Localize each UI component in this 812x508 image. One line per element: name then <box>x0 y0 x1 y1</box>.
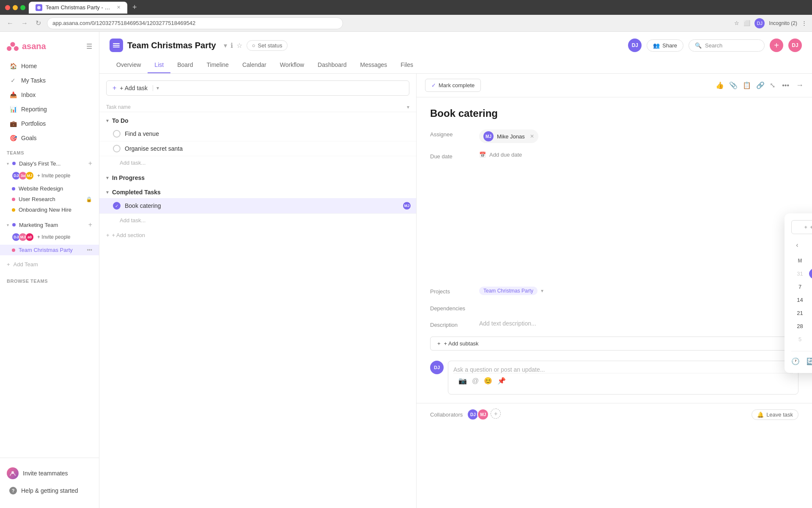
cal-day-29[interactable]: 29 <box>809 320 812 332</box>
invite-teammates-btn[interactable]: Invite teammates <box>0 463 99 483</box>
user-avatar-dj[interactable]: DJ <box>788 39 802 52</box>
set-status-btn[interactable]: ○ Set status <box>247 40 288 51</box>
team-item-marketing[interactable]: ▾ Marketing Team + <box>0 218 99 231</box>
tab-timeline[interactable]: Timeline <box>200 57 236 73</box>
task-checkbox-venue[interactable] <box>113 130 121 138</box>
cal-day-dec-6[interactable]: 6 <box>809 333 812 345</box>
detail-more-btn[interactable]: ••• <box>782 82 789 89</box>
link-icon[interactable]: 🔗 <box>756 81 765 89</box>
project-info-icon[interactable]: ℹ <box>230 41 233 50</box>
sidebar-nav-my-tasks[interactable]: ✓ My Tasks <box>3 73 96 88</box>
task-row-venue[interactable]: Find a venue <box>99 127 416 141</box>
address-bar[interactable]: app.asana.com/0/1203277518469534/1203277… <box>47 17 343 29</box>
add-section-btn[interactable]: + + Add section <box>99 227 416 243</box>
project-item-onboarding[interactable]: Onboarding New Hire <box>0 204 99 215</box>
cal-day-21[interactable]: 21 <box>792 307 808 319</box>
assignee-chip[interactable]: MJ Mike Jonas ✕ <box>479 130 538 143</box>
new-tab-btn[interactable]: + <box>132 3 137 12</box>
cal-day-15[interactable]: 15 <box>809 294 812 306</box>
close-detail-icon[interactable]: → <box>796 81 804 90</box>
tab-workflow[interactable]: Workflow <box>273 57 311 73</box>
tab-overview[interactable]: Overview <box>110 57 148 73</box>
search-btn[interactable]: 🔍 Search <box>689 39 765 52</box>
cal-day-22[interactable]: 22 <box>809 307 812 319</box>
browser-tab-active[interactable]: Team Christmas Party - Book c... ✕ <box>29 2 127 14</box>
cal-day-31[interactable]: 31 <box>792 268 808 280</box>
add-due-date-btn[interactable]: 📅 Add due date <box>479 152 798 158</box>
leave-task-btn[interactable]: 🔔 Leave task <box>752 409 798 420</box>
invite-people-btn-marketing[interactable]: + Invite people <box>37 234 70 240</box>
comment-mention-icon[interactable]: @ <box>472 377 479 385</box>
section-completed-header[interactable]: ▾ Completed Tasks <box>99 184 416 198</box>
cal-day-dec-5[interactable]: 5 <box>792 333 808 345</box>
cal-day-14[interactable]: 14 <box>792 294 808 306</box>
sidebar-nav-portfolios[interactable]: 💼 Portfolios <box>3 116 96 131</box>
tab-dashboard[interactable]: Dashboard <box>311 57 354 73</box>
tab-board[interactable]: Board <box>170 57 200 73</box>
sort-icon[interactable]: ▾ <box>407 104 409 110</box>
calendar-prev-btn[interactable]: ‹ <box>791 239 803 251</box>
add-task-quick-btn[interactable]: + <box>770 39 783 52</box>
section-inprogress-header[interactable]: ▾ In Progress <box>99 169 416 184</box>
project-star-icon[interactable]: ☆ <box>236 41 242 50</box>
start-date-tab[interactable]: + + Start date <box>791 220 812 234</box>
reload-btn[interactable]: ↻ <box>34 17 43 29</box>
description-value[interactable]: Add text description... <box>479 320 798 327</box>
cal-day-28[interactable]: 28 <box>792 320 808 332</box>
add-task-btn[interactable]: + + Add task ▾ <box>106 80 409 96</box>
sidebar-nav-inbox[interactable]: 📥 Inbox <box>3 88 96 102</box>
project-dropdown-icon[interactable]: ▾ <box>224 41 227 50</box>
task-row-santa[interactable]: Organise secret santa <box>99 141 416 156</box>
cal-day-7[interactable]: 7 <box>792 281 808 293</box>
add-collaborator-btn[interactable]: + <box>491 409 501 419</box>
team-add-btn-daisy[interactable]: + <box>88 160 92 167</box>
project-more-icon[interactable]: ••• <box>87 247 92 253</box>
project-item-christmas[interactable]: Team Christmas Party ••• <box>0 245 99 255</box>
tab-list[interactable]: List <box>148 57 170 73</box>
profile-icon[interactable]: DJ <box>754 18 765 28</box>
tab-calendar[interactable]: Calendar <box>236 57 273 73</box>
attachment-icon[interactable]: 📎 <box>729 81 738 89</box>
asana-logo[interactable]: asana <box>7 40 46 52</box>
tab-messages[interactable]: Messages <box>354 57 394 73</box>
collab-avatar-mj[interactable]: MJ <box>477 409 489 420</box>
project-menu-btn[interactable] <box>110 39 123 52</box>
clock-icon[interactable]: 🕐 <box>791 357 800 365</box>
cal-day-1[interactable]: 1 <box>809 268 812 280</box>
comment-emoji-icon[interactable]: 😊 <box>484 377 492 385</box>
add-task-todo-btn[interactable]: Add task... <box>99 156 416 169</box>
comment-camera-icon[interactable]: 📷 <box>458 377 467 385</box>
projects-chevron-icon[interactable]: ▾ <box>541 288 543 294</box>
section-todo-header[interactable]: ▾ To Do <box>99 112 416 127</box>
close-window-btn[interactable] <box>5 5 10 10</box>
comment-attachment-icon[interactable]: 📌 <box>497 377 506 385</box>
minimize-window-btn[interactable] <box>13 5 18 10</box>
add-task-dropdown-icon[interactable]: ▾ <box>153 85 159 91</box>
sidebar-nav-goals[interactable]: 🎯 Goals <box>3 131 96 145</box>
sidebar-nav-reporting[interactable]: 📊 Reporting <box>3 102 96 116</box>
assignee-remove-btn[interactable]: ✕ <box>530 133 534 139</box>
invite-people-btn-daisy[interactable]: + Invite people <box>37 173 70 179</box>
extension-icon[interactable]: ⬜ <box>743 20 750 26</box>
project-chip-christmas[interactable]: Team Christmas Party <box>479 287 538 295</box>
task-checkbox-santa[interactable] <box>113 145 121 152</box>
add-subtask-btn[interactable]: + + Add subtask <box>430 337 798 351</box>
help-btn[interactable]: ? Help & getting started <box>3 483 96 498</box>
project-item-website-redesign[interactable]: Website Redesign <box>0 183 99 194</box>
browser-menu-icon[interactable]: ⋮ <box>801 20 807 26</box>
share-btn[interactable]: 👥 Share <box>647 39 683 52</box>
project-item-user-research[interactable]: User Research 🔒 <box>0 194 99 204</box>
mark-complete-btn[interactable]: ✓ Mark complete <box>425 79 481 92</box>
repeat-icon[interactable]: 🔄 <box>807 357 812 365</box>
cal-day-8[interactable]: 8 <box>809 281 812 293</box>
expand-icon[interactable]: ⤡ <box>770 81 775 89</box>
sidebar-menu-icon[interactable]: ☰ <box>86 42 92 50</box>
task-checkbox-catering[interactable]: ✓ <box>113 202 121 210</box>
team-add-btn-marketing[interactable]: + <box>88 221 92 229</box>
forward-btn[interactable]: → <box>19 18 30 29</box>
add-team-btn[interactable]: + Add Team <box>0 259 99 270</box>
bookmark-icon[interactable]: ☆ <box>734 20 739 26</box>
task-row-catering[interactable]: ✓ Book catering MJ <box>99 198 416 214</box>
sidebar-nav-home[interactable]: 🏠 Home <box>3 59 96 73</box>
tab-close-btn[interactable]: ✕ <box>117 5 121 10</box>
